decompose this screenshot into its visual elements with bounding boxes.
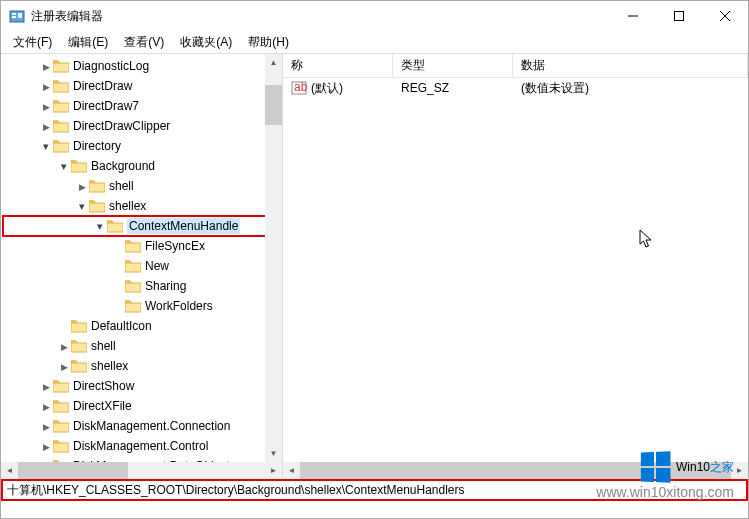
tree-item[interactable]: DirectDraw7 — [3, 96, 282, 116]
tree-item[interactable]: DirectDrawClipper — [3, 116, 282, 136]
scroll-down-icon[interactable]: ▼ — [265, 445, 282, 462]
svg-rect-3 — [18, 13, 22, 18]
scroll-left-icon[interactable]: ◄ — [1, 462, 18, 479]
menu-favorites[interactable]: 收藏夹(A) — [172, 32, 240, 53]
tree-item-label: Directory — [73, 139, 121, 153]
svg-rect-1 — [12, 13, 16, 15]
statusbar: 十算机\HKEY_CLASSES_ROOT\Directory\Backgrou… — [1, 479, 748, 501]
scroll-up-icon[interactable]: ▲ — [265, 54, 282, 71]
tree-item[interactable]: DefaultIcon — [3, 316, 282, 336]
tree-item-label: DirectDraw — [73, 79, 132, 93]
svg-rect-2 — [12, 16, 16, 18]
list-header: 称 类型 数据 — [283, 54, 748, 78]
scroll-left-icon[interactable]: ◄ — [283, 462, 300, 479]
statusbar-path: 十算机\HKEY_CLASSES_ROOT\Directory\Backgrou… — [7, 482, 465, 499]
tree-item-label: DiagnosticLog — [73, 59, 149, 73]
maximize-button[interactable] — [656, 1, 702, 31]
tree-item-label: DirectDraw7 — [73, 99, 139, 113]
folder-icon — [53, 439, 69, 453]
window-controls — [610, 1, 748, 31]
tree-item-label: DirectDrawClipper — [73, 119, 170, 133]
string-value-icon: ab — [291, 80, 307, 96]
tree-item-label: DirectXFile — [73, 399, 132, 413]
column-header-type[interactable]: 类型 — [393, 54, 513, 77]
folder-icon — [89, 199, 105, 213]
expand-icon[interactable] — [57, 341, 71, 352]
tree-item-label: Background — [91, 159, 155, 173]
collapse-icon[interactable] — [75, 200, 89, 213]
expand-icon[interactable] — [39, 421, 53, 432]
tree-scrollbar-vertical[interactable]: ▲ ▼ — [265, 54, 282, 462]
value-name: (默认) — [311, 81, 343, 95]
close-button[interactable] — [702, 1, 748, 31]
scroll-right-icon[interactable]: ► — [731, 462, 748, 479]
folder-icon — [71, 359, 87, 373]
cell-type: REG_SZ — [393, 81, 513, 95]
menu-help[interactable]: 帮助(H) — [240, 32, 297, 53]
expand-icon[interactable] — [39, 381, 53, 392]
tree-item[interactable]: DiskManagement.Control — [3, 436, 282, 456]
tree-item[interactable]: DirectDraw — [3, 76, 282, 96]
folder-icon — [125, 299, 141, 313]
tree-item-label: shellex — [91, 359, 128, 373]
folder-icon — [53, 419, 69, 433]
tree-item[interactable]: DiskManagement.Connection — [3, 416, 282, 436]
menu-file[interactable]: 文件(F) — [5, 32, 60, 53]
expand-icon[interactable] — [39, 101, 53, 112]
collapse-icon[interactable] — [39, 140, 53, 153]
tree-scrollbar-horizontal[interactable]: ◄ ► — [1, 462, 282, 479]
scrollbar-thumb[interactable] — [265, 85, 282, 125]
tree-item[interactable]: Directory — [3, 136, 282, 156]
tree-item[interactable]: shell — [3, 176, 282, 196]
registry-tree[interactable]: DiagnosticLogDirectDrawDirectDraw7Direct… — [1, 54, 282, 462]
folder-icon — [53, 119, 69, 133]
tree-item[interactable]: FileSyncEx — [3, 236, 282, 256]
tree-item[interactable]: Sharing — [3, 276, 282, 296]
tree-item-label: DiskManagement.Connection — [73, 419, 230, 433]
tree-item[interactable]: Background — [3, 156, 282, 176]
folder-icon — [107, 219, 123, 233]
column-header-data[interactable]: 数据 — [513, 54, 748, 77]
cell-data: (数值未设置) — [513, 80, 748, 97]
expand-icon[interactable] — [39, 81, 53, 92]
tree-item[interactable]: shellex — [3, 196, 282, 216]
tree-item-label: shell — [91, 339, 116, 353]
tree-item[interactable]: shellex — [3, 356, 282, 376]
scrollbar-thumb[interactable] — [300, 462, 731, 479]
tree-item-label: New — [145, 259, 169, 273]
column-header-name[interactable]: 称 — [283, 54, 393, 77]
expand-icon[interactable] — [39, 61, 53, 72]
list-scrollbar-horizontal[interactable]: ◄ ► — [283, 462, 748, 479]
menu-view[interactable]: 查看(V) — [116, 32, 172, 53]
folder-icon — [125, 259, 141, 273]
expand-icon[interactable] — [75, 181, 89, 192]
tree-item[interactable]: DirectXFile — [3, 396, 282, 416]
folder-icon — [53, 59, 69, 73]
tree-item[interactable]: DiagnosticLog — [3, 56, 282, 76]
collapse-icon[interactable] — [57, 160, 71, 173]
folder-icon — [53, 79, 69, 93]
tree-item[interactable]: New — [3, 256, 282, 276]
collapse-icon[interactable] — [93, 220, 107, 233]
app-icon — [9, 8, 25, 24]
folder-icon — [125, 239, 141, 253]
tree-item[interactable]: ContextMenuHandle — [3, 216, 282, 236]
scrollbar-thumb[interactable] — [18, 462, 128, 479]
tree-item-label: DiskManagement.Control — [73, 439, 208, 453]
scroll-right-icon[interactable]: ► — [265, 462, 282, 479]
list-body: ab(默认)REG_SZ(数值未设置) — [283, 78, 748, 98]
menu-edit[interactable]: 编辑(E) — [60, 32, 116, 53]
expand-icon[interactable] — [39, 401, 53, 412]
expand-icon[interactable] — [39, 121, 53, 132]
tree-item[interactable]: shell — [3, 336, 282, 356]
client-area: DiagnosticLogDirectDrawDirectDraw7Direct… — [1, 53, 748, 479]
tree-item[interactable]: DirectShow — [3, 376, 282, 396]
expand-icon[interactable] — [39, 441, 53, 452]
tree-item-label: shellex — [109, 199, 146, 213]
expand-icon[interactable] — [57, 361, 71, 372]
tree-item[interactable]: WorkFolders — [3, 296, 282, 316]
minimize-button[interactable] — [610, 1, 656, 31]
folder-icon — [53, 99, 69, 113]
tree-item-label: FileSyncEx — [145, 239, 205, 253]
list-row[interactable]: ab(默认)REG_SZ(数值未设置) — [283, 78, 748, 98]
